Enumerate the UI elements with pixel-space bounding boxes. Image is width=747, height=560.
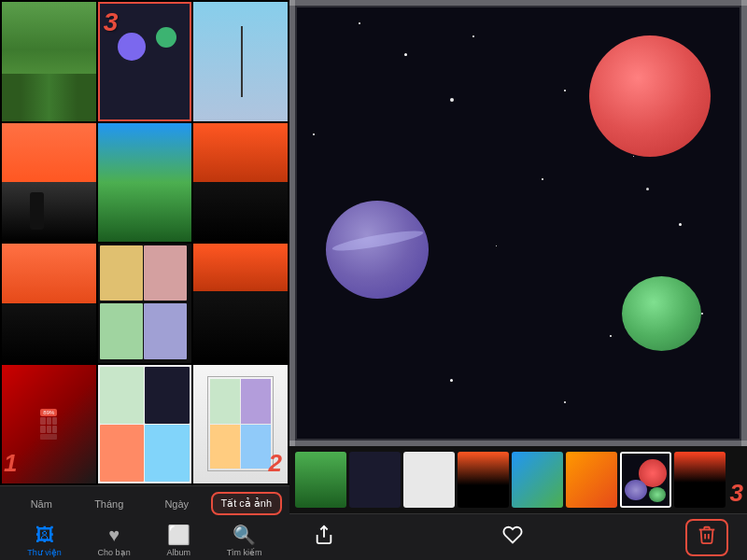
grid-thumb-5[interactable] bbox=[98, 123, 192, 243]
delete-button[interactable] bbox=[685, 519, 728, 556]
tab-ngay[interactable]: Ngày bbox=[143, 495, 211, 513]
right-panel: 3 bbox=[289, 0, 747, 560]
planet-red bbox=[589, 35, 711, 157]
main-image-view[interactable] bbox=[289, 0, 747, 446]
filmstrip-thumb-8[interactable] bbox=[674, 452, 726, 508]
badge-2: 2 bbox=[269, 449, 282, 478]
filmstrip[interactable] bbox=[289, 446, 747, 513]
filmstrip-thumb-1[interactable] bbox=[295, 452, 346, 508]
painting-canvas bbox=[289, 0, 747, 446]
album-icon: ⬜ bbox=[167, 524, 190, 546]
nav-thu-vien[interactable]: 🖼 Thư viện bbox=[27, 525, 62, 557]
tab-thang[interactable]: Tháng bbox=[76, 495, 144, 513]
grid-thumb-1[interactable] bbox=[2, 2, 96, 121]
filmstrip-thumb-7[interactable] bbox=[620, 452, 671, 508]
for-you-icon: ♥ bbox=[108, 525, 120, 546]
filmstrip-thumb-6[interactable] bbox=[566, 452, 617, 508]
grid-thumb-11[interactable] bbox=[98, 365, 192, 484]
filmstrip-thumb-5[interactable] bbox=[512, 452, 563, 508]
filmstrip-thumb-4[interactable] bbox=[458, 452, 509, 508]
tab-bar: 1 2 Năm Tháng Ngày Tất cả ảnh 🖼 Thư viện bbox=[0, 485, 289, 560]
badge-3-top: 3 bbox=[104, 7, 119, 37]
tabs-row: Năm Tháng Ngày Tất cả ảnh bbox=[0, 486, 289, 521]
filmstrip-thumb-3[interactable] bbox=[403, 452, 455, 508]
planet-blue bbox=[326, 201, 429, 299]
search-icon: 🔍 bbox=[233, 524, 256, 546]
grid-thumb-3[interactable] bbox=[193, 2, 288, 121]
nav-cho-ban[interactable]: ♥ Cho bạn bbox=[98, 525, 131, 557]
grid-thumb-4[interactable] bbox=[2, 123, 96, 243]
badge-3-right: 3 bbox=[730, 479, 743, 508]
photo-grid: 3 89% bbox=[0, 0, 289, 485]
badge-1: 1 bbox=[4, 449, 17, 478]
grid-thumb-2[interactable]: 3 bbox=[98, 2, 192, 121]
action-bar bbox=[289, 513, 747, 560]
nav-tim-kiem[interactable]: 🔍 Tìm kiếm bbox=[227, 524, 262, 557]
tab-nam[interactable]: Năm bbox=[7, 495, 76, 513]
planet-green bbox=[622, 276, 701, 351]
tab-tat-ca-anh[interactable]: Tất cả ảnh bbox=[211, 492, 283, 515]
heart-button[interactable] bbox=[497, 519, 529, 556]
nav-album[interactable]: ⬜ Album bbox=[166, 524, 190, 557]
grid-thumb-9[interactable] bbox=[193, 244, 288, 363]
grid-thumb-7[interactable] bbox=[2, 244, 96, 363]
filmstrip-thumb-2[interactable] bbox=[349, 452, 401, 508]
library-icon: 🖼 bbox=[35, 525, 54, 546]
share-button[interactable] bbox=[308, 519, 340, 556]
bottom-nav: 🖼 Thư viện ♥ Cho bạn ⬜ Album 🔍 Tìm kiếm bbox=[0, 521, 289, 560]
grid-thumb-6[interactable] bbox=[193, 123, 288, 243]
grid-thumb-8[interactable] bbox=[98, 244, 192, 363]
left-panel: 3 89% bbox=[0, 0, 289, 560]
